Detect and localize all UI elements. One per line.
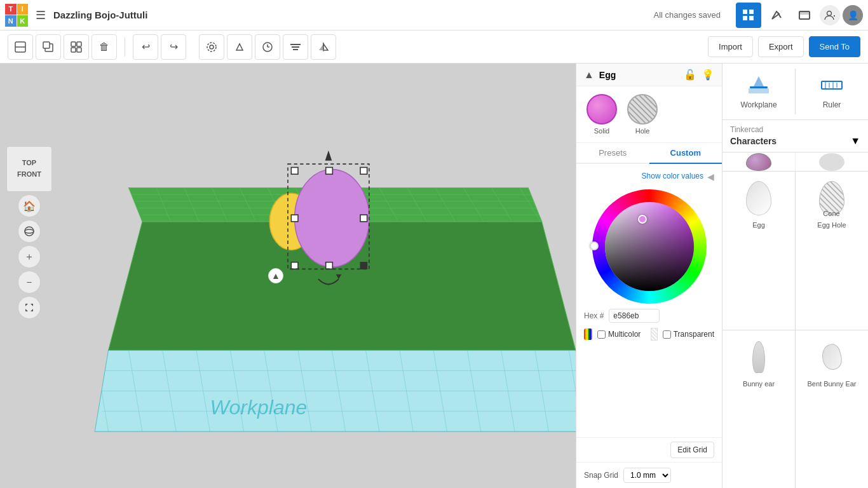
align-button[interactable] xyxy=(283,34,308,60)
storage-button[interactable] xyxy=(792,3,817,28)
content-row: TOP FRONT 🏠 ＋ － xyxy=(0,64,868,488)
grid-view-button[interactable] xyxy=(736,3,761,28)
svg-text:Workplane: Workplane xyxy=(210,396,307,419)
group-button[interactable] xyxy=(64,34,89,60)
add-user-button[interactable] xyxy=(820,5,840,25)
shape-panel: ▲ Egg 🔓 💡 Solid Hole P xyxy=(576,64,722,488)
orbit-button[interactable] xyxy=(18,220,41,243)
bent-bunny-ear-preview xyxy=(813,338,851,376)
topbar-icons: 👤 xyxy=(736,3,863,28)
svg-marker-86 xyxy=(325,151,332,161)
view-toggle-button[interactable] xyxy=(199,34,224,60)
send-to-button[interactable]: Send To xyxy=(809,36,860,57)
svg-point-28 xyxy=(25,229,34,233)
svg-rect-88 xyxy=(750,86,768,88)
hex-input[interactable] xyxy=(609,309,660,323)
cone-item-partial[interactable]: Cone xyxy=(795,210,868,217)
svg-rect-91 xyxy=(822,81,842,89)
menu-icon[interactable]: ☰ xyxy=(33,6,48,25)
multicolor-swatch xyxy=(584,329,592,340)
transparent-preview xyxy=(651,328,657,341)
fit-to-screen-button[interactable] xyxy=(18,296,41,319)
mirror-button[interactable] xyxy=(311,34,336,60)
export-button[interactable]: Export xyxy=(758,36,804,57)
svg-point-7 xyxy=(827,11,832,15)
workplane-button[interactable]: Workplane xyxy=(722,69,796,114)
hole-type-button[interactable]: Hole xyxy=(627,94,658,135)
svg-point-27 xyxy=(25,227,34,236)
bunny-ear-preview-shape xyxy=(752,341,765,373)
solid-type-button[interactable]: Solid xyxy=(587,94,617,135)
svg-rect-2 xyxy=(743,16,747,20)
library-subcategory-label: Characters xyxy=(730,136,776,146)
shape-outline-button[interactable] xyxy=(227,34,252,60)
svg-rect-83 xyxy=(326,262,333,269)
show-color-values-button[interactable]: Show color values xyxy=(642,172,703,180)
tinkercad-logo[interactable]: T I N K xyxy=(5,4,28,27)
wp-ruler-row: Workplane Ruler xyxy=(722,64,868,120)
redo-button[interactable]: ↪ xyxy=(161,34,186,60)
duplicate-button[interactable] xyxy=(36,34,61,60)
color-square[interactable] xyxy=(605,202,694,291)
grid-controls: Edit Grid Snap Grid 1.0 mm 0.5 mm 2.0 mm xyxy=(576,437,722,488)
canvas-area[interactable]: TOP FRONT 🏠 ＋ － xyxy=(0,64,576,488)
library-main-category: Tinkercad xyxy=(730,125,860,134)
workplane-label: Workplane xyxy=(740,100,776,109)
egg-label: Egg xyxy=(752,221,765,229)
color-handle[interactable] xyxy=(638,215,647,224)
transparent-checkbox-label[interactable]: Transparent xyxy=(663,330,714,339)
solid-color-preview xyxy=(587,94,617,125)
shape-panel-header: ▲ Egg 🔓 💡 xyxy=(576,64,722,86)
shapes-row-above xyxy=(722,152,868,172)
edit-grid-button[interactable]: Edit Grid xyxy=(670,442,714,458)
transparent-checkbox[interactable] xyxy=(663,330,671,339)
ruler-button[interactable]: Ruler xyxy=(796,69,868,114)
avatar[interactable]: 👤 xyxy=(843,5,863,25)
egg-preview-shape xyxy=(746,181,771,215)
library-subcategory-selector[interactable]: Characters ▼ xyxy=(730,135,860,147)
solid-label: Solid xyxy=(594,127,609,135)
svg-rect-24 xyxy=(292,46,299,48)
color-wheel-container[interactable] xyxy=(592,189,707,304)
custom-tab[interactable]: Custom xyxy=(649,143,722,164)
undo-button[interactable]: ↩ xyxy=(133,34,158,60)
toolbar-right-actions: Import Export Send To xyxy=(708,36,860,57)
lock-icon[interactable]: 🔓 xyxy=(684,69,696,81)
svg-point-76 xyxy=(295,170,369,267)
delete-button[interactable]: 🗑 xyxy=(92,34,117,60)
collapse-color-picker-button[interactable]: ◀ xyxy=(707,172,714,186)
multicolor-checkbox-label[interactable]: Multicolor xyxy=(597,330,641,339)
presets-tab[interactable]: Presets xyxy=(576,143,649,164)
view-cube[interactable]: TOP FRONT xyxy=(6,146,52,192)
multicolor-checkbox[interactable] xyxy=(597,330,606,339)
move-to-workplane-button[interactable] xyxy=(8,34,33,60)
svg-rect-82 xyxy=(291,262,298,269)
home-view-button[interactable]: 🏠 xyxy=(18,194,41,217)
bent-bunny-ear-preview-shape xyxy=(819,342,844,371)
import-button[interactable]: Import xyxy=(708,36,753,57)
zoom-out-button[interactable]: － xyxy=(18,271,41,294)
collapse-icon[interactable]: ▲ xyxy=(584,69,594,81)
toolbar: 🗑 ↩ ↪ Import Export Send To xyxy=(0,30,868,64)
multicolor-row: Multicolor Transparent xyxy=(584,328,714,341)
shapes-grid: Egg Egg Hole Bunny ear xyxy=(722,172,868,488)
zoom-in-button[interactable]: ＋ xyxy=(18,245,41,268)
svg-point-19 xyxy=(207,43,216,51)
egg-hole-shape-item[interactable]: Egg Hole xyxy=(796,172,868,330)
hue-handle-left[interactable] xyxy=(590,241,599,250)
bunny-ear-shape-item[interactable]: Bunny ear xyxy=(722,330,795,489)
ruler-icon xyxy=(820,74,843,97)
svg-rect-0 xyxy=(743,10,747,14)
measure-button[interactable] xyxy=(255,34,280,60)
snap-grid-select[interactable]: 1.0 mm 0.5 mm 2.0 mm xyxy=(623,468,671,483)
toolbar-separator-1 xyxy=(125,37,125,57)
build-button[interactable] xyxy=(764,3,789,28)
egg-shape-item[interactable]: Egg xyxy=(722,172,795,330)
shapes-library: Workplane Ruler Tinkercad C xyxy=(722,64,868,488)
visibility-icon[interactable]: 💡 xyxy=(702,69,714,81)
bent-bunny-ear-shape-item[interactable]: Bent Bunny Ear xyxy=(796,330,868,489)
panel-collapse-button[interactable]: ▲ xyxy=(268,268,283,283)
svg-rect-14 xyxy=(71,42,76,46)
color-saturation-picker[interactable] xyxy=(605,202,694,291)
svg-rect-79 xyxy=(360,167,367,174)
